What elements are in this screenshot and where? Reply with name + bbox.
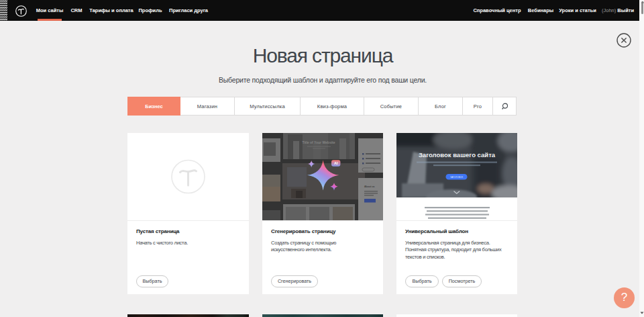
svg-text:ЗАГОЛОВОК: ЗАГОЛОВОК xyxy=(450,176,463,179)
svg-text:AI: AI xyxy=(334,161,338,165)
svg-text:Заголовок вашего сайта: Заголовок вашего сайта xyxy=(419,151,496,158)
